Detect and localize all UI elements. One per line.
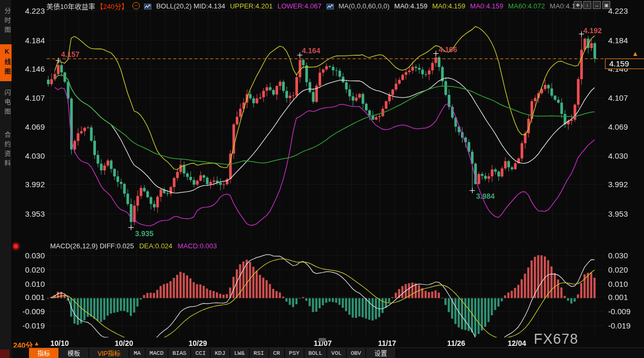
macd-axis-label-left: -0.019 [14, 321, 45, 330]
lw-button[interactable]: LW& [230, 348, 249, 358]
bottom-toolbar: 指标模板VIP指标MAMACDBIASCCIKDJLW&RSICRPSYBOLL… [12, 347, 644, 358]
indicator-value-5: MA0:4.159 [432, 2, 465, 10]
mini-chart-icon [144, 3, 151, 9]
scale-y-icon[interactable]: ↕ [583, 1, 591, 9]
macd-axis-label-right: -0.019 [608, 321, 631, 330]
macd-value-2: MACD:0.003 [178, 242, 217, 250]
macd-readouts: MACD(26,12,9) DIFF:0.025DEA:0.024MACD:0.… [50, 242, 217, 250]
sidebar-bottom-block [0, 350, 9, 358]
chart-header: 美债10年收益率 【240分】 − BOLL(20,2) MID:4.134UP… [46, 1, 583, 11]
cr-button[interactable]: CR [269, 348, 285, 358]
annotation-price-label: 4.166 [439, 45, 457, 54]
macd-button[interactable]: MACD [146, 348, 168, 358]
annotation-price-label: 4.192 [583, 26, 602, 35]
left-sidebar: 分时图K线图闪电图合约资料 [0, 0, 12, 358]
macd-value-0: MACD(26,12,9) DIFF:0.025 [50, 242, 134, 250]
macd-axis-label-right: -0.009 [608, 307, 631, 316]
y-axis-label-left: 4.146 [14, 64, 45, 73]
x-axis-label: 10/20 [114, 339, 133, 347]
y-axis-label-right: 4.030 [608, 151, 628, 160]
tab-intraday-chart[interactable]: 分时图 [0, 3, 12, 40]
y-axis-label-left: 3.953 [14, 209, 45, 218]
price-chart-canvas[interactable] [0, 0, 644, 358]
macd-axis-label-left: 0.001 [14, 293, 45, 302]
macd-axis-label-right: 0.020 [608, 265, 628, 274]
boll-button[interactable]: BOLL [304, 348, 327, 358]
indicator-value-6: MA0:4.159 [470, 2, 503, 10]
indicator-value-4: MA0:4.159 [395, 2, 428, 10]
rsi-button[interactable]: RSI [249, 348, 269, 358]
annotation-price-label: 3.935 [135, 229, 153, 238]
y-axis-label-right: 4.223 [608, 6, 628, 15]
template-button[interactable]: 模板 [59, 348, 89, 358]
collapse-indicator-icon[interactable]: − [132, 2, 140, 9]
timeframe-label: 【240分】 [96, 1, 128, 11]
bias-button[interactable]: BIAS [168, 348, 191, 358]
vol-button[interactable]: VOL [327, 348, 347, 358]
tab-flash-chart[interactable]: 闪电图 [0, 85, 12, 122]
macd-value-1: DEA:0.024 [139, 242, 172, 250]
obv-button[interactable]: OBV [347, 348, 366, 358]
instrument-title: 美债10年收益率 [46, 1, 95, 11]
indicator-button[interactable]: 指标 [29, 348, 59, 358]
pane-resize-handle[interactable] [319, 338, 326, 342]
timeframe-up-arrow-icon: ▲ [34, 340, 40, 346]
macd-axis-label-right: 0.010 [608, 279, 628, 288]
macd-axis-label-left: 0.010 [14, 279, 45, 288]
last-price-box: 4.159 [605, 59, 644, 69]
scale-x-icon[interactable]: ↔ [593, 1, 601, 9]
pan-icon[interactable]: ✚ [574, 1, 582, 9]
last-price-value: 4.159 [609, 59, 629, 68]
annotation-price-label: 4.164 [302, 46, 320, 55]
y-axis-label-left: 4.069 [14, 122, 45, 131]
macd-axis-label-left: 0.030 [14, 251, 45, 260]
tab-kline-chart[interactable]: K线图 [0, 44, 12, 81]
indicator-readouts: BOLL(20,2) MID:4.134UPPER:4.201LOWER:4.0… [144, 2, 583, 10]
mini-chart-icon [326, 3, 334, 9]
indicator-value-7: MA60:4.072 [508, 2, 545, 10]
y-axis-label-left: 4.184 [14, 36, 45, 45]
chart-window-controls: ✚↕↔▣ [574, 1, 610, 9]
y-axis-label-right: 3.992 [608, 180, 628, 189]
vip-indicator-button[interactable]: VIP指标 [89, 348, 129, 358]
ma-button[interactable]: MA [129, 348, 145, 358]
x-axis-label: 12/04 [507, 339, 526, 347]
y-axis-label-left: 4.030 [14, 151, 45, 160]
annotation-price-label: 3.984 [476, 192, 495, 200]
macd-axis-label-right: 0.030 [608, 251, 628, 260]
price-up-arrow-icon: ▲ [632, 50, 639, 57]
psy-button[interactable]: PSY [285, 348, 304, 358]
indicator-settings-icon[interactable] [14, 244, 18, 248]
kdj-button[interactable]: KDJ [210, 348, 230, 358]
y-axis-label-left: 4.107 [14, 93, 45, 102]
x-axis-label: 10/29 [188, 339, 207, 347]
indicator-value-1: UPPER:4.201 [230, 2, 273, 10]
tab-contract-info[interactable]: 合约资料 [0, 125, 12, 175]
x-axis-label: 11/17 [378, 339, 396, 347]
macd-axis-label-left: -0.009 [14, 307, 45, 316]
y-axis-label-right: 4.069 [608, 122, 628, 131]
settings-button[interactable]: 设置 [366, 348, 396, 358]
macd-axis-label-right: 0.001 [608, 293, 628, 302]
y-axis-label-right: 4.107 [608, 93, 628, 102]
macd-axis-label-left: 0.020 [14, 265, 45, 274]
y-axis-label-left: 3.992 [14, 180, 45, 189]
reset-zoom-icon[interactable]: ▣ [602, 1, 610, 9]
indicator-value-0: BOLL(20,2) MID:4.134 [156, 2, 225, 10]
y-axis-label-left: 4.223 [14, 6, 45, 15]
y-axis-label-right: 3.953 [608, 209, 628, 218]
y-axis-label-right: 4.184 [608, 36, 628, 45]
cci-button[interactable]: CCI [191, 348, 210, 358]
x-axis-label: 11/26 [447, 339, 465, 347]
indicator-value-2: LOWER:4.067 [277, 2, 322, 10]
annotation-price-label: 4.157 [61, 50, 80, 59]
watermark: FX678 [534, 331, 579, 347]
x-axis-label: 10/10 [50, 339, 69, 347]
indicator-value-3: MA(0,0,0,60,0,0) [339, 2, 390, 10]
